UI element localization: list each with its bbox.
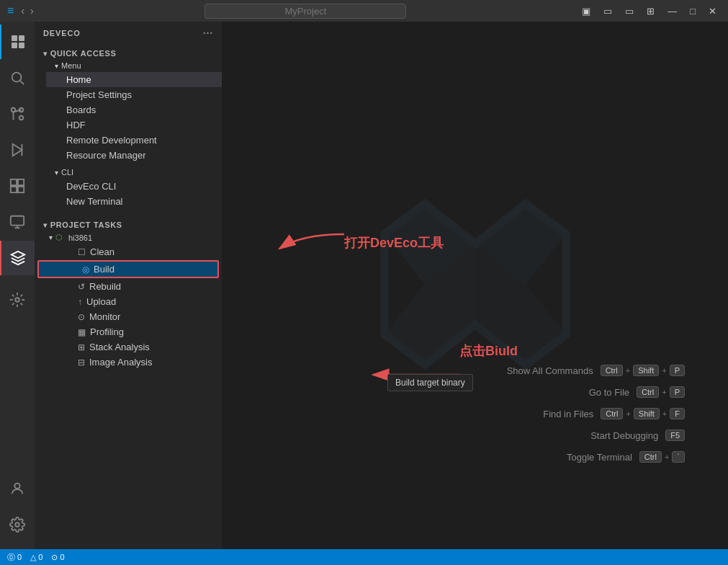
task-monitor-label: Monitor: [89, 311, 120, 322]
key-f: F: [670, 408, 685, 419]
activity-remote[interactable]: [0, 205, 35, 239]
project-tasks-section-label[interactable]: ▾ PROJECT TASKS: [35, 216, 222, 231]
project-tasks-section: ▾ PROJECT TASKS ▾ ⬡ hi3861 ☐ Clean ◎ Bui…: [35, 216, 222, 370]
menu-item-boards[interactable]: Boards: [46, 102, 222, 117]
minimize-button[interactable]: —: [663, 4, 681, 18]
svg-rect-2: [12, 43, 17, 48]
cli-label: CLI: [61, 168, 73, 177]
clean-icon: ☐: [78, 247, 86, 257]
annotation-deveco-arrow: [243, 220, 359, 277]
status-info[interactable]: ⊙ 0: [51, 553, 64, 562]
monitor-icon: ⊙: [78, 312, 85, 322]
task-profiling[interactable]: ▦ Profiling: [35, 324, 222, 339]
vscode-watermark: [374, 184, 576, 388]
shortcut-find-in-files: Find in Files Ctrl + Shift + F: [507, 408, 685, 419]
task-rebuild[interactable]: ↺ Rebuild: [35, 279, 222, 294]
hi3861-label: hi3861: [68, 233, 92, 242]
key-plus-4: +: [626, 409, 630, 418]
menu-item-new-terminal[interactable]: New Terminal: [46, 194, 222, 209]
image-analysis-icon: ⊟: [78, 357, 85, 368]
close-button[interactable]: ✕: [704, 4, 721, 18]
activity-deveco[interactable]: [0, 241, 35, 275]
shortcut-toggle-terminal-label: Toggle Terminal: [567, 452, 632, 463]
layout-icon-1[interactable]: ▣: [578, 4, 595, 18]
svg-rect-0: [12, 35, 17, 41]
status-errors[interactable]: ⓪ 0: [7, 552, 22, 563]
menu-item-deveco-cli[interactable]: DevEco CLI: [46, 179, 222, 194]
task-image-analysis-label: Image Analysis: [89, 357, 152, 368]
search-input[interactable]: [205, 4, 406, 19]
shortcut-toggle-terminal: Toggle Terminal Ctrl + `: [507, 451, 685, 463]
menu-item-home[interactable]: Home: [46, 72, 222, 87]
task-upload-label: Upload: [86, 296, 116, 307]
menu-subgroup: Home Project Settings Boards HDF Remote …: [46, 72, 222, 163]
profiling-icon: ▦: [78, 327, 86, 337]
key-ctrl-3: Ctrl: [601, 408, 623, 419]
activity-extensions[interactable]: [0, 169, 35, 203]
shortcut-show-all-commands-keys: Ctrl + Shift + P: [601, 365, 685, 376]
sidebar-header: DEVECO ···: [35, 22, 222, 45]
key-ctrl: Ctrl: [601, 365, 623, 376]
menu-group: ▾ Menu Home Project Settings Boards HDF …: [40, 59, 222, 163]
activity-explorer[interactable]: [0, 25, 35, 59]
status-bar: ⓪ 0 △ 0 ⊙ 0: [0, 549, 728, 565]
status-warnings[interactable]: △ 0: [30, 553, 42, 562]
menu-item-resource-manager[interactable]: Resource Manager: [46, 148, 222, 163]
menu-group-label[interactable]: ▾ Menu: [40, 59, 222, 72]
task-build[interactable]: ◎ Build: [37, 260, 219, 278]
task-stack-analysis[interactable]: ⊞ Stack Analysis: [35, 339, 222, 355]
shortcut-start-debugging-keys: F5: [665, 430, 685, 441]
build-tooltip: Build target binary: [387, 374, 473, 391]
cli-group-label[interactable]: ▾ CLI: [40, 166, 222, 179]
activity-bottom: [0, 471, 35, 549]
svg-rect-15: [11, 187, 17, 192]
svg-line-5: [20, 81, 24, 84]
layout-icon-4[interactable]: ⊞: [642, 4, 659, 18]
shortcut-find-in-files-keys: Ctrl + Shift + F: [601, 408, 685, 419]
task-clean[interactable]: ☐ Clean: [35, 244, 222, 259]
svg-point-7: [19, 116, 24, 120]
menu-item-remote-dev[interactable]: Remote Development: [46, 133, 222, 148]
layout-icon-2[interactable]: ▭: [599, 4, 616, 18]
key-f5: F5: [665, 430, 685, 441]
key-plus-1: +: [626, 366, 630, 375]
quick-access-section[interactable]: ▾ QUICK ACCESS: [35, 45, 222, 59]
window-controls[interactable]: ▣ ▭ ▭ ⊞ — □ ✕: [578, 4, 721, 18]
shortcut-go-to-file: Go to File Ctrl + P: [507, 386, 685, 398]
shortcut-find-in-files-label: Find in Files: [543, 409, 593, 419]
key-p-2: P: [670, 386, 685, 398]
activity-source-control[interactable]: [0, 97, 35, 131]
nav-forward-button[interactable]: ›: [30, 5, 34, 17]
activity-account[interactable]: [0, 471, 35, 506]
title-bar-left: ≡ ‹ ›: [7, 4, 34, 17]
task-image-analysis[interactable]: ⊟ Image Analysis: [35, 355, 222, 370]
project-tasks-chevron: ▾: [43, 221, 48, 229]
activity-settings[interactable]: [0, 507, 35, 542]
shortcut-toggle-terminal-keys: Ctrl + `: [639, 451, 685, 463]
hi3861-chevron: ▾: [49, 233, 53, 241]
nav-buttons[interactable]: ‹ ›: [21, 5, 33, 17]
nav-back-button[interactable]: ‹: [21, 5, 24, 17]
rebuild-icon: ↺: [78, 282, 85, 292]
task-rebuild-label: Rebuild: [89, 281, 121, 292]
activity-run[interactable]: [0, 133, 35, 167]
title-bar: ≡ ‹ › ▣ ▭ ▭ ⊞ — □ ✕: [0, 0, 728, 22]
menu-item-hdf[interactable]: HDF: [46, 117, 222, 133]
menu-chevron: ▾: [55, 62, 58, 70]
menu-item-project-settings[interactable]: Project Settings: [46, 87, 222, 102]
maximize-button[interactable]: □: [686, 4, 700, 18]
shortcut-go-to-file-keys: Ctrl + P: [637, 386, 685, 398]
project-node-hi3861[interactable]: ▾ ⬡ hi3861: [35, 231, 222, 244]
activity-search[interactable]: [0, 61, 35, 95]
shortcut-start-debugging: Start Debugging F5: [507, 430, 685, 441]
activity-git[interactable]: [0, 282, 35, 317]
task-monitor[interactable]: ⊙ Monitor: [35, 309, 222, 324]
key-ctrl-4: Ctrl: [639, 451, 662, 463]
layout-icon-3[interactable]: ▭: [621, 4, 638, 18]
task-stack-analysis-label: Stack Analysis: [89, 342, 150, 352]
task-upload[interactable]: ↑ Upload: [35, 294, 222, 309]
sidebar-more-button[interactable]: ···: [203, 27, 213, 39]
task-clean-label: Clean: [90, 246, 114, 257]
sidebar-title: DEVECO: [43, 29, 81, 37]
activity-bar: [0, 22, 35, 549]
